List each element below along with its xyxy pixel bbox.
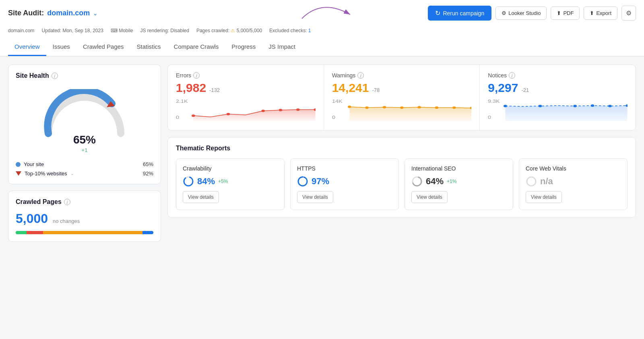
header-meta: domain.com Updated: Mon, Sep 18, 2023 ⌨ … xyxy=(8,25,636,38)
thematic-reports-title: Thematic Reports xyxy=(176,145,627,152)
crawlability-name: Crawlability xyxy=(183,165,278,172)
svg-point-26 xyxy=(539,105,542,107)
tab-js-impact[interactable]: JS Impact xyxy=(262,38,302,56)
metrics-row: Errors i 1,982 -132 2 xyxy=(167,64,636,131)
site-audit-label: Site Audit: xyxy=(8,9,44,17)
looker-studio-button[interactable]: ⚙ Looker Studio xyxy=(495,6,547,20)
your-site-dot xyxy=(16,162,21,167)
header-top: Site Audit: domain.com ⌄ Rerun campaign … xyxy=(8,6,636,25)
looker-icon: ⚙ xyxy=(502,10,506,16)
svg-text:0: 0 xyxy=(332,115,335,120)
svg-point-16 xyxy=(382,106,386,108)
https-view-details-button[interactable]: View details xyxy=(297,191,333,203)
pdf-button[interactable]: ⬆ PDF xyxy=(551,6,580,20)
cwv-score: n/a xyxy=(526,176,621,187)
rerun-campaign-button[interactable]: Rerun campaign xyxy=(428,6,491,21)
export-button[interactable]: ⬆ Export xyxy=(584,6,617,20)
svg-point-17 xyxy=(400,106,404,109)
errors-chart: 2.1K 0 xyxy=(176,99,316,123)
https-score: 97% xyxy=(297,176,392,187)
warnings-info-icon[interactable]: i xyxy=(357,72,364,79)
svg-point-7 xyxy=(261,110,265,112)
header-right: Rerun campaign ⚙ Looker Studio ⬆ PDF ⬆ E… xyxy=(428,6,636,21)
crawled-status: no changes xyxy=(53,218,80,224)
domain-name[interactable]: domain.com xyxy=(47,9,90,17)
meta-js-rendering: JS rendering: Disabled xyxy=(140,28,189,33)
main-content: Site Health i 65% +1 xyxy=(0,56,644,250)
errors-info-icon[interactable]: i xyxy=(193,72,200,79)
crawled-pages-info-icon[interactable]: i xyxy=(64,199,70,205)
tab-crawled-pages[interactable]: Crawled Pages xyxy=(76,38,130,56)
svg-point-14 xyxy=(348,106,351,108)
crawled-pages-card: Crawled Pages i 5,000 no changes xyxy=(8,191,161,242)
warnings-panel: Warnings i 14,241 -78 xyxy=(324,65,480,130)
tab-progress[interactable]: Progress xyxy=(225,38,262,56)
svg-marker-24 xyxy=(506,106,627,121)
excluded-link[interactable]: 1 xyxy=(308,28,311,33)
svg-marker-4 xyxy=(193,110,315,121)
errors-label: Errors i xyxy=(176,72,316,79)
site-health-title: Site Health i xyxy=(16,72,153,79)
errors-change: -132 xyxy=(209,87,220,93)
site-health-info-icon[interactable]: i xyxy=(52,73,58,79)
gauge-container: 65% +1 xyxy=(16,85,153,156)
site-health-legend: Your site 65% Top-10% websites ⌄ 92% xyxy=(16,161,153,177)
pdf-icon: ⬆ xyxy=(557,10,561,16)
meta-device: ⌨ Mobile xyxy=(111,28,133,33)
intl-seo-name: International SEO xyxy=(411,165,506,172)
intl-seo-score: 64% +1% xyxy=(411,176,506,187)
content-area: Errors i 1,982 -132 2 xyxy=(167,64,636,242)
svg-point-6 xyxy=(227,113,230,115)
rerun-arrow-decoration xyxy=(298,2,362,23)
report-https: HTTPS 97% View details xyxy=(290,158,399,210)
top10-dropdown-icon[interactable]: ⌄ xyxy=(70,171,74,176)
meta-pages-crawled: Pages crawled: ⚠ 5,000/5,000 xyxy=(196,28,262,33)
progress-seg-red xyxy=(27,231,43,234)
progress-seg-blue xyxy=(142,231,153,234)
tab-overview[interactable]: Overview xyxy=(8,38,46,56)
domain-dropdown-icon[interactable]: ⌄ xyxy=(93,10,98,17)
errors-value-row: 1,982 -132 xyxy=(176,81,316,95)
tab-compare-crawls[interactable]: Compare Crawls xyxy=(167,38,225,56)
svg-point-5 xyxy=(192,114,195,117)
top10-triangle-icon xyxy=(16,171,21,176)
svg-point-32 xyxy=(184,177,193,186)
svg-point-9 xyxy=(296,108,300,111)
errors-count: 1,982 xyxy=(176,81,206,95)
tab-statistics[interactable]: Statistics xyxy=(130,38,167,56)
cwv-view-details-button[interactable]: View details xyxy=(526,191,562,203)
gauge-change: +1 xyxy=(73,147,96,153)
intl-seo-view-details-button[interactable]: View details xyxy=(411,191,448,203)
svg-point-28 xyxy=(591,104,594,107)
sidebar: Site Health i 65% +1 xyxy=(8,64,161,242)
report-core-web-vitals: Core Web Vitals n/a View details xyxy=(519,158,627,210)
tab-issues[interactable]: Issues xyxy=(46,38,76,56)
gauge-svg xyxy=(40,89,129,137)
svg-text:0: 0 xyxy=(176,115,179,120)
svg-point-37 xyxy=(527,177,536,186)
crawled-pages-title: Crawled Pages i xyxy=(16,198,153,206)
notices-info-icon[interactable]: i xyxy=(509,72,515,79)
report-international-seo: International SEO 64% +1% View details xyxy=(405,158,513,210)
https-name: HTTPS xyxy=(297,165,392,172)
warnings-change: -78 xyxy=(372,87,380,93)
gauge-center: 65% +1 xyxy=(73,133,96,153)
errors-panel: Errors i 1,982 -132 2 xyxy=(168,65,324,130)
progress-seg-green xyxy=(16,231,27,234)
settings-button[interactable]: ⚙ xyxy=(621,6,636,21)
svg-point-15 xyxy=(365,106,369,109)
svg-text:9.3K: 9.3K xyxy=(488,99,500,104)
svg-text:2.1K: 2.1K xyxy=(176,99,188,104)
gauge-percent: 65% xyxy=(73,133,96,146)
top10-value: 92% xyxy=(143,171,153,177)
reports-grid: Crawlability 84% +5% View details HTTPS xyxy=(176,158,627,210)
warnings-count: 14,241 xyxy=(332,81,369,95)
notices-count: 9,297 xyxy=(488,81,518,95)
crawlability-view-details-button[interactable]: View details xyxy=(183,191,219,203)
svg-point-19 xyxy=(435,106,438,109)
warnings-label: Warnings i xyxy=(332,72,472,79)
header-left: Site Audit: domain.com ⌄ xyxy=(8,9,98,17)
meta-updated: Updated: Mon, Sep 18, 2023 xyxy=(41,28,103,33)
warnings-chart: 14K 0 xyxy=(332,99,472,123)
notices-label: Notices i xyxy=(488,72,627,79)
